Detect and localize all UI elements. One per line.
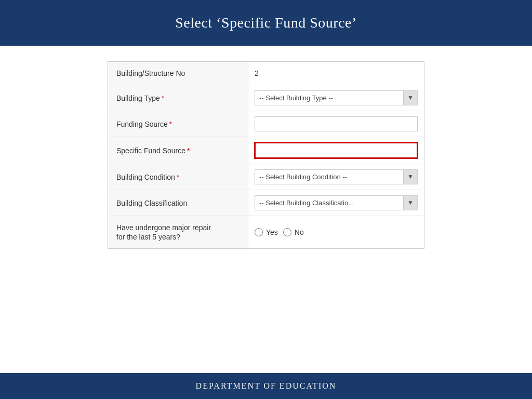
- field-building-structure-no: 2: [248, 62, 424, 85]
- form-container: Building/Structure No 2 Building Type * …: [108, 61, 424, 249]
- required-marker-specific-fund-source: *: [187, 147, 190, 155]
- required-marker-funding-source: *: [169, 120, 172, 128]
- row-building-type: Building Type * -- Select Building Type …: [108, 85, 424, 111]
- select-building-condition[interactable]: -- Select Building Condition --: [255, 169, 418, 184]
- row-funding-source: Funding Source *: [108, 111, 424, 137]
- header-title: Select ‘Specific Fund Source’: [175, 15, 357, 31]
- label-building-condition: Building Condition *: [108, 164, 248, 190]
- select-building-classification[interactable]: -- Select Building Classificatio...: [255, 195, 418, 210]
- row-building-condition: Building Condition * -- Select Building …: [108, 164, 424, 190]
- field-building-classification: -- Select Building Classificatio... ▼: [248, 190, 424, 216]
- row-specific-fund-source: Specific Fund Source *: [108, 137, 424, 164]
- field-funding-source: [248, 111, 424, 137]
- input-funding-source[interactable]: [255, 116, 418, 131]
- row-building-structure-no: Building/Structure No 2: [108, 62, 424, 85]
- label-building-type: Building Type *: [108, 85, 248, 111]
- input-specific-fund-source[interactable]: [255, 142, 418, 158]
- radio-yes[interactable]: [255, 228, 263, 236]
- label-specific-fund-source: Specific Fund Source *: [108, 137, 248, 164]
- field-specific-fund-source: [248, 137, 424, 164]
- row-major-repair: Have undergone major repair for the last…: [108, 216, 424, 248]
- label-funding-source: Funding Source *: [108, 111, 248, 137]
- field-major-repair: Yes No: [248, 216, 424, 248]
- field-building-type: -- Select Building Type -- ▼: [248, 85, 424, 111]
- main-content: Building/Structure No 2 Building Type * …: [0, 46, 532, 373]
- footer: Department of Education: [0, 373, 532, 399]
- label-building-structure-no: Building/Structure No: [108, 62, 248, 85]
- radio-option-no[interactable]: No: [283, 228, 304, 236]
- required-marker-building-type: *: [162, 94, 164, 102]
- footer-title: Department of Education: [196, 381, 337, 390]
- radio-no-label: No: [295, 228, 304, 236]
- label-major-repair: Have undergone major repair for the last…: [108, 216, 248, 248]
- radio-no[interactable]: [283, 228, 291, 236]
- required-marker-building-condition: *: [177, 173, 179, 181]
- field-building-condition: -- Select Building Condition -- ▼: [248, 164, 424, 190]
- value-building-structure-no: 2: [255, 69, 259, 77]
- radio-option-yes[interactable]: Yes: [255, 228, 278, 236]
- row-building-classification: Building Classification -- Select Buildi…: [108, 190, 424, 216]
- label-building-classification: Building Classification: [108, 190, 248, 216]
- select-building-type[interactable]: -- Select Building Type --: [255, 90, 418, 105]
- radio-group-major-repair: Yes No: [255, 228, 304, 236]
- header: Select ‘Specific Fund Source’: [0, 0, 532, 46]
- radio-yes-label: Yes: [266, 228, 278, 236]
